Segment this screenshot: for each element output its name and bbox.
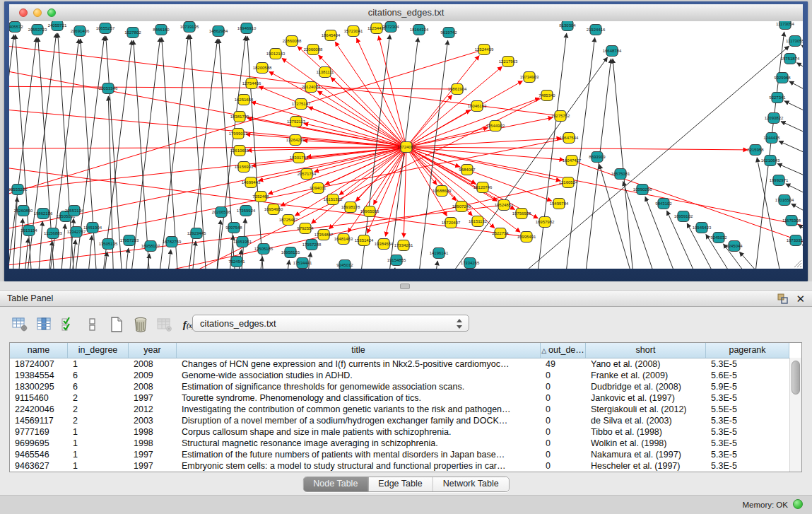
graph-node[interactable]: 16946910: [237, 23, 257, 34]
citation-edge-black[interactable]: [613, 59, 635, 269]
table-row[interactable]: 1456911722003Disruption of a novel membe…: [10, 415, 801, 426]
graph-node[interactable]: 14699443: [242, 177, 261, 188]
citation-edge-black[interactable]: [784, 101, 803, 129]
graph-node[interactable]: 9684067: [459, 165, 476, 175]
graph-node[interactable]: 11544903: [486, 121, 505, 132]
graph-node[interactable]: 19756928: [512, 209, 531, 219]
table-mode-button[interactable]: [10, 315, 31, 334]
graph-node[interactable]: 16958155: [281, 247, 300, 258]
graph-node[interactable]: 9245032: [710, 233, 727, 243]
graph-node[interactable]: 9097548: [225, 223, 242, 233]
table-cell[interactable]: 1: [68, 426, 129, 438]
graph-node[interactable]: 7252468: [252, 192, 269, 202]
citation-edge-black[interactable]: [23, 238, 28, 269]
resize-grip-icon[interactable]: [792, 258, 802, 268]
citation-edge-black[interactable]: [433, 261, 437, 269]
graph-node[interactable]: 16046163: [468, 101, 487, 112]
horizontal-splitter[interactable]: [0, 281, 812, 290]
table-cell[interactable]: 5.6E-5: [706, 370, 789, 381]
graph-node[interactable]: 17334265: [461, 258, 480, 269]
citation-edge-red[interactable]: [331, 77, 406, 147]
graph-node[interactable]: 16954950: [264, 204, 283, 215]
graph-node[interactable]: 9094011: [310, 183, 327, 194]
graph-node[interactable]: 11156883: [44, 228, 62, 239]
citation-edge-red[interactable]: [335, 42, 406, 147]
graph-node[interactable]: 20553723: [28, 25, 47, 35]
table-cell[interactable]: de Silva et al. (2003): [586, 415, 706, 426]
citation-edge-red[interactable]: [9, 64, 406, 147]
table-row[interactable]: 946554611997Estimation of the future num…: [10, 449, 801, 460]
citation-edge-black[interactable]: [158, 35, 189, 269]
graph-node[interactable]: 19734903: [520, 72, 539, 83]
network-canvas[interactable]: 1872400722860088190121431820058812754456…: [9, 21, 803, 269]
graph-node[interactable]: 2522734: [492, 228, 509, 239]
table-cell[interactable]: 5.3E-5: [706, 415, 789, 426]
graph-node[interactable]: 15351424: [355, 235, 374, 246]
close-panel-icon[interactable]: ✕: [796, 293, 805, 305]
citation-edge-black[interactable]: [81, 39, 98, 269]
graph-node[interactable]: 12754456: [242, 78, 261, 89]
citation-edge-red[interactable]: [252, 102, 406, 147]
table-row[interactable]: 969969511998Structural magnetic resonanc…: [10, 438, 801, 449]
table-cell[interactable]: 1: [68, 358, 129, 370]
table-cell[interactable]: 49: [541, 358, 586, 370]
citation-edge-black[interactable]: [584, 59, 611, 269]
table-row[interactable]: 1938455462009Genome-wide association stu…: [10, 370, 801, 381]
column-header-in_degree[interactable]: in_degree: [68, 343, 129, 358]
graph-node[interactable]: 16151132: [469, 216, 488, 227]
table-cell[interactable]: 0: [541, 392, 586, 404]
graph-node[interactable]: 12610651: [230, 146, 249, 156]
graph-node[interactable]: 13505135: [99, 239, 118, 250]
graph-node[interactable]: 19156931: [235, 162, 254, 173]
graph-node[interactable]: 35723041: [344, 26, 363, 37]
graph-node[interactable]: 15751874: [781, 54, 800, 64]
graph-node[interactable]: 20691406: [71, 26, 90, 37]
table-cell[interactable]: 1: [68, 449, 129, 460]
graph-node[interactable]: 17957253: [120, 235, 139, 246]
table-cell[interactable]: 1997: [129, 449, 177, 460]
graph-node[interactable]: 20553201: [9, 185, 28, 195]
graph-node[interactable]: 19524851: [495, 200, 514, 211]
graph-node[interactable]: 8215958: [747, 145, 764, 156]
table-cell[interactable]: Franke et al. (2009): [586, 370, 706, 381]
table-cell[interactable]: Yano et al. (2008): [586, 358, 706, 370]
graph-node[interactable]: 1244415: [763, 133, 780, 144]
graph-node[interactable]: 9619742: [440, 28, 457, 38]
table-cell[interactable]: 0: [541, 415, 586, 426]
graph-node[interactable]: 7524541: [228, 257, 245, 267]
graph-node[interactable]: 10688609: [433, 186, 452, 197]
graph-node[interactable]: 16151322: [324, 194, 343, 205]
graph-node[interactable]: 10647544: [560, 133, 579, 144]
graph-node[interactable]: 16210643: [761, 156, 780, 166]
citation-edge-black[interactable]: [802, 245, 803, 269]
citation-edge-black[interactable]: [166, 250, 171, 269]
table-cell[interactable]: 0: [541, 404, 586, 415]
tab-edge-table[interactable]: Edge Table: [368, 477, 433, 491]
graph-node[interactable]: 10390296: [633, 185, 652, 195]
graph-node[interactable]: 12160524: [559, 177, 578, 188]
splitter-handle-icon[interactable]: [400, 284, 410, 289]
table-cell[interactable]: 0: [541, 381, 586, 392]
graph-node[interactable]: 11451951: [233, 237, 252, 247]
column-header-title[interactable]: title: [177, 343, 541, 358]
table-cell[interactable]: 14569117: [10, 415, 68, 426]
graph-node[interactable]: 15720407: [442, 218, 461, 228]
citation-edge-black[interactable]: [757, 158, 784, 269]
citation-edge-red[interactable]: [572, 160, 803, 256]
table-cell[interactable]: 1998: [129, 426, 177, 438]
table-cell[interactable]: 5.3E-5: [706, 358, 789, 370]
table-cell[interactable]: 1997: [129, 460, 177, 472]
graph-node[interactable]: 17354867: [314, 230, 334, 240]
graph-node[interactable]: 10995491: [517, 232, 536, 243]
table-cell[interactable]: 9115460: [10, 392, 68, 404]
table-cell[interactable]: Genome-wide association studies in ADHD.: [177, 370, 541, 381]
graph-node[interactable]: 19012143: [266, 49, 286, 59]
graph-node[interactable]: 17359924: [237, 206, 256, 216]
graph-node[interactable]: 9245044: [726, 241, 743, 252]
graph-node[interactable]: 9245012: [336, 260, 353, 269]
citation-edge-black[interactable]: [801, 45, 803, 73]
table-cell[interactable]: 2008: [129, 358, 177, 370]
graph-node[interactable]: 11173054: [776, 21, 794, 30]
graph-node[interactable]: 22060088: [304, 45, 323, 55]
create-column-button[interactable]: [106, 315, 127, 334]
